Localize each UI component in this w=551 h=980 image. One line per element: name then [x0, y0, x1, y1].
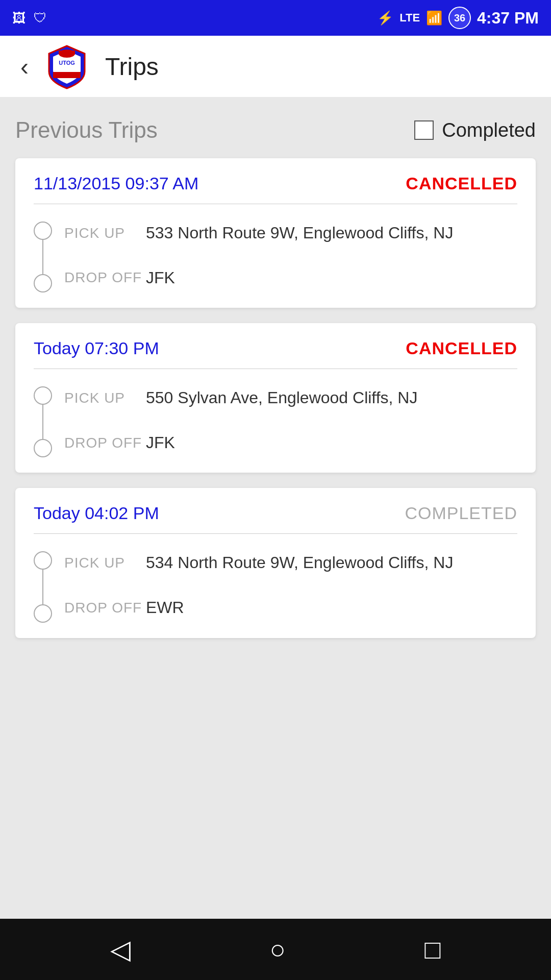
- dropoff-address: EWR: [146, 597, 517, 619]
- pickup-circle: [34, 386, 52, 405]
- pickup-label: PICK UP: [64, 225, 146, 241]
- dropoff-row: DROP OFF JFK: [64, 428, 517, 458]
- dropoff-label: DROP OFF: [64, 600, 146, 616]
- section-header: Previous Trips Completed: [15, 117, 536, 143]
- photo-icon: 🖼: [12, 10, 26, 26]
- route-spacer: [64, 578, 517, 593]
- trip-cards-list: 11/13/2015 09:37 AM CANCELLED PICK UP 53…: [15, 158, 536, 638]
- route-spacer: [64, 248, 517, 263]
- card-divider: [34, 533, 517, 534]
- pickup-label: PICK UP: [64, 390, 146, 406]
- dropoff-row: DROP OFF JFK: [64, 263, 517, 293]
- dropoff-row: DROP OFF EWR: [64, 593, 517, 623]
- trip-card[interactable]: 11/13/2015 09:37 AM CANCELLED PICK UP 53…: [15, 158, 536, 308]
- pickup-circle: [34, 222, 52, 240]
- section-title: Previous Trips: [15, 117, 158, 143]
- main-content: Previous Trips Completed 11/13/2015 09:3…: [0, 97, 551, 919]
- route-line: [42, 405, 43, 439]
- route-icons: [34, 218, 52, 292]
- completed-label: Completed: [442, 119, 536, 141]
- back-nav-button[interactable]: ◁: [110, 934, 131, 965]
- home-nav-icon: ○: [270, 934, 286, 965]
- status-time: 4:37 PM: [477, 9, 539, 28]
- trip-card[interactable]: Today 04:02 PM COMPLETED PICK UP 534 Nor…: [15, 488, 536, 638]
- dropoff-label: DROP OFF: [64, 270, 146, 286]
- dropoff-circle: [34, 604, 52, 623]
- pickup-row: PICK UP 550 Sylvan Ave, Englewood Cliffs…: [64, 383, 517, 413]
- route-details: PICK UP 550 Sylvan Ave, Englewood Cliffs…: [64, 383, 517, 457]
- pickup-label: PICK UP: [64, 555, 146, 571]
- trip-status: COMPLETED: [405, 503, 517, 523]
- route-container: PICK UP 533 North Route 9W, Englewood Cl…: [34, 218, 517, 292]
- status-bar: 🖼 🛡 ⚡ LTE 📶 36 4:37 PM: [0, 0, 551, 36]
- back-button[interactable]: ‹: [15, 47, 34, 86]
- page-title: Trips: [105, 53, 159, 81]
- pickup-row: PICK UP 534 North Route 9W, Englewood Cl…: [64, 548, 517, 578]
- card-header: Today 04:02 PM COMPLETED: [34, 503, 517, 523]
- dropoff-address: JFK: [146, 267, 517, 289]
- dropoff-address: JFK: [146, 432, 517, 454]
- route-icons: [34, 548, 52, 622]
- svg-rect-1: [53, 72, 81, 78]
- trip-date: Today 07:30 PM: [34, 338, 159, 358]
- app-logo: UTOG: [44, 43, 90, 89]
- app-header: ‹ UTOG Trips: [0, 36, 551, 97]
- card-header: 11/13/2015 09:37 AM CANCELLED: [34, 174, 517, 193]
- pickup-address: 534 North Route 9W, Englewood Cliffs, NJ: [146, 552, 517, 574]
- completed-checkbox[interactable]: [414, 120, 434, 140]
- route-container: PICK UP 550 Sylvan Ave, Englewood Cliffs…: [34, 383, 517, 457]
- route-spacer: [64, 413, 517, 428]
- recent-nav-button[interactable]: □: [424, 934, 440, 965]
- route-line: [42, 570, 43, 604]
- trip-status: CANCELLED: [406, 174, 517, 193]
- bluetooth-icon: ⚡: [377, 10, 393, 26]
- completed-filter[interactable]: Completed: [414, 119, 536, 141]
- trip-card[interactable]: Today 07:30 PM CANCELLED PICK UP 550 Syl…: [15, 323, 536, 473]
- svg-text:UTOG: UTOG: [59, 60, 75, 66]
- home-nav-button[interactable]: ○: [270, 934, 286, 965]
- dropoff-label: DROP OFF: [64, 435, 146, 451]
- route-icons: [34, 383, 52, 457]
- svg-rect-3: [59, 51, 75, 55]
- route-line: [42, 240, 43, 274]
- route-details: PICK UP 533 North Route 9W, Englewood Cl…: [64, 218, 517, 292]
- pickup-row: PICK UP 533 North Route 9W, Englewood Cl…: [64, 218, 517, 248]
- card-divider: [34, 369, 517, 369]
- trip-date: Today 04:02 PM: [34, 503, 159, 523]
- pickup-address: 533 North Route 9W, Englewood Cliffs, NJ: [146, 223, 517, 244]
- route-container: PICK UP 534 North Route 9W, Englewood Cl…: [34, 548, 517, 622]
- trip-date: 11/13/2015 09:37 AM: [34, 174, 198, 193]
- card-header: Today 07:30 PM CANCELLED: [34, 338, 517, 358]
- signal-icon: 📶: [426, 10, 442, 26]
- lte-icon: LTE: [399, 11, 420, 24]
- recent-nav-icon: □: [424, 934, 440, 965]
- pickup-address: 550 Sylvan Ave, Englewood Cliffs, NJ: [146, 387, 517, 409]
- back-nav-icon: ◁: [110, 934, 131, 965]
- bottom-nav: ◁ ○ □: [0, 919, 551, 980]
- route-details: PICK UP 534 North Route 9W, Englewood Cl…: [64, 548, 517, 622]
- pickup-circle: [34, 551, 52, 570]
- card-divider: [34, 204, 517, 204]
- status-bar-right: ⚡ LTE 📶 36 4:37 PM: [377, 7, 539, 29]
- battery-indicator: 36: [448, 7, 471, 29]
- app-icon: 🛡: [34, 10, 47, 26]
- trip-status: CANCELLED: [406, 338, 517, 358]
- status-bar-left: 🖼 🛡: [12, 10, 47, 26]
- dropoff-circle: [34, 274, 52, 292]
- dropoff-circle: [34, 439, 52, 457]
